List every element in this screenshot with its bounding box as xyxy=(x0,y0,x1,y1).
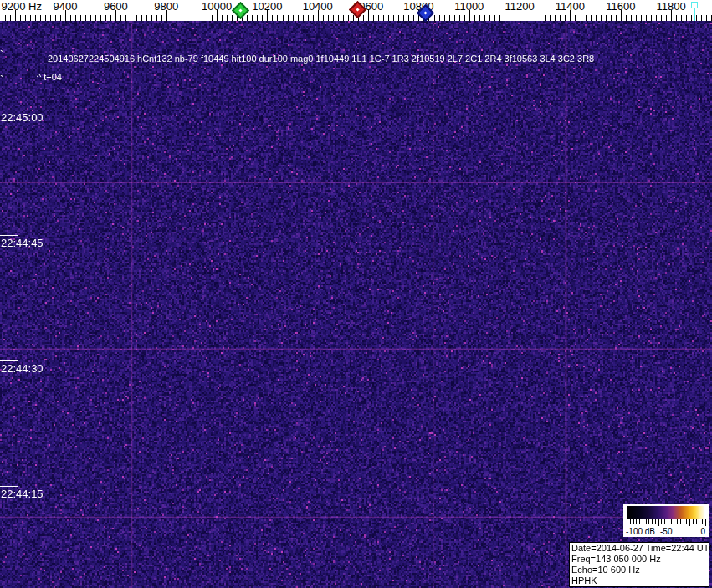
time-label: 22:44:30 xyxy=(1,362,44,375)
ruler-tick xyxy=(303,15,304,21)
legend-label-max: 0 xyxy=(700,527,705,536)
ruler-tick xyxy=(656,15,657,21)
ruler-tick xyxy=(136,15,137,21)
ruler-tick xyxy=(701,15,702,21)
ruler-tick xyxy=(50,15,51,21)
ruler-tick xyxy=(560,15,561,21)
ruler-tick xyxy=(151,15,152,21)
ruler-tick xyxy=(499,15,500,21)
time-tick xyxy=(0,235,18,236)
legend-label-mid: -50 xyxy=(660,527,672,536)
ruler-tick xyxy=(444,15,445,21)
ruler-tick xyxy=(105,15,106,21)
ruler-tick xyxy=(439,15,440,21)
ruler-tick xyxy=(459,15,460,21)
legend-tick xyxy=(686,519,687,524)
ruler-tick xyxy=(626,15,627,21)
ruler-tick xyxy=(222,15,223,21)
ruler-tick xyxy=(606,15,607,21)
ruler-tick xyxy=(161,15,162,21)
ruler-tick xyxy=(293,15,294,21)
ruler-tick xyxy=(515,15,515,21)
info-echo: Echo=10 600 Hz xyxy=(571,565,709,575)
time-tick xyxy=(0,360,18,361)
ruler-tick xyxy=(449,15,450,21)
ruler-tick xyxy=(80,15,81,21)
ruler-tick xyxy=(20,15,21,21)
ruler-tick xyxy=(30,15,31,21)
ruler-tick xyxy=(646,15,647,21)
ruler-tick xyxy=(207,15,207,21)
ruler-tick xyxy=(110,15,111,21)
edge-mark-bottom: ` xyxy=(0,74,3,86)
legend-tick xyxy=(655,519,656,524)
ruler-label: 10400 xyxy=(303,0,333,13)
legend-label-min: -100 dB xyxy=(626,527,655,536)
ruler-label: 10200 xyxy=(252,0,282,13)
ruler-tick xyxy=(156,15,157,21)
ruler-label: 9800 xyxy=(154,0,178,13)
legend-tick xyxy=(671,519,672,524)
ruler-tick xyxy=(545,15,546,21)
ruler-label: 10000 xyxy=(202,0,232,13)
ruler-tick xyxy=(540,15,540,21)
time-label: 22:44:15 xyxy=(1,488,44,500)
ruler-tick xyxy=(10,15,11,21)
colour-gradient-bar xyxy=(627,506,705,519)
ruler-tick xyxy=(187,15,187,21)
legend-tick xyxy=(636,519,637,524)
ruler-tick xyxy=(75,15,76,21)
ruler-tick xyxy=(343,15,344,21)
ruler-tick xyxy=(197,15,197,21)
legend-tick xyxy=(643,519,643,526)
ruler-label: 9600 xyxy=(104,0,128,13)
ruler-tick xyxy=(25,15,26,21)
legend-tick xyxy=(689,519,690,526)
ruler-tick xyxy=(252,15,253,21)
ruler-tick xyxy=(177,15,177,21)
ruler-tick xyxy=(232,15,233,21)
ruler-tick xyxy=(257,15,258,21)
ruler-tick xyxy=(454,15,455,21)
ruler-tick xyxy=(378,15,379,21)
ruler-tick xyxy=(686,15,687,21)
legend-tick xyxy=(677,519,678,524)
ruler-tick xyxy=(535,15,535,21)
colour-scale-legend: -100 dB -50 0 xyxy=(623,504,709,537)
ruler-tick xyxy=(120,15,121,21)
ruler-tick xyxy=(5,15,6,21)
info-frequency: Freq=143 050 000 Hz xyxy=(571,554,709,565)
ruler-tick xyxy=(586,15,587,21)
time-tick xyxy=(0,110,18,110)
ruler-tick xyxy=(393,15,394,21)
ruler-label: 11200 xyxy=(505,0,535,13)
ruler-tick xyxy=(510,15,510,21)
spectrogram-window: 9200 Hz940096009800100001020010400106001… xyxy=(0,0,712,588)
legend-tick xyxy=(633,519,634,524)
ruler-tick xyxy=(636,15,637,21)
ruler-tick xyxy=(408,15,409,21)
time-tick xyxy=(0,486,18,487)
ruler-tick xyxy=(666,15,667,21)
ruler-tick xyxy=(45,15,46,21)
red-diamond-marker-core xyxy=(356,8,359,11)
legend-tick xyxy=(668,519,668,524)
ruler-tick xyxy=(277,15,278,21)
legend-tick xyxy=(684,519,684,524)
ruler-tick xyxy=(691,15,692,21)
ruler-tick xyxy=(575,15,576,21)
ruler-label: 11400 xyxy=(556,0,585,13)
ruler-tick xyxy=(489,15,490,21)
ruler-tick xyxy=(494,15,495,21)
ruler-tick xyxy=(505,15,505,21)
blue-diamond-marker-core xyxy=(423,11,427,14)
ruler-tick xyxy=(661,15,662,21)
ruler-tick xyxy=(212,15,213,21)
ruler-tick xyxy=(413,15,414,21)
legend-tick xyxy=(652,519,653,524)
ruler-tick xyxy=(333,15,334,21)
time-label: 22:45:00 xyxy=(1,111,44,124)
ruler-tick xyxy=(596,15,597,21)
legend-tick xyxy=(648,519,649,524)
legend-tick xyxy=(674,519,674,526)
